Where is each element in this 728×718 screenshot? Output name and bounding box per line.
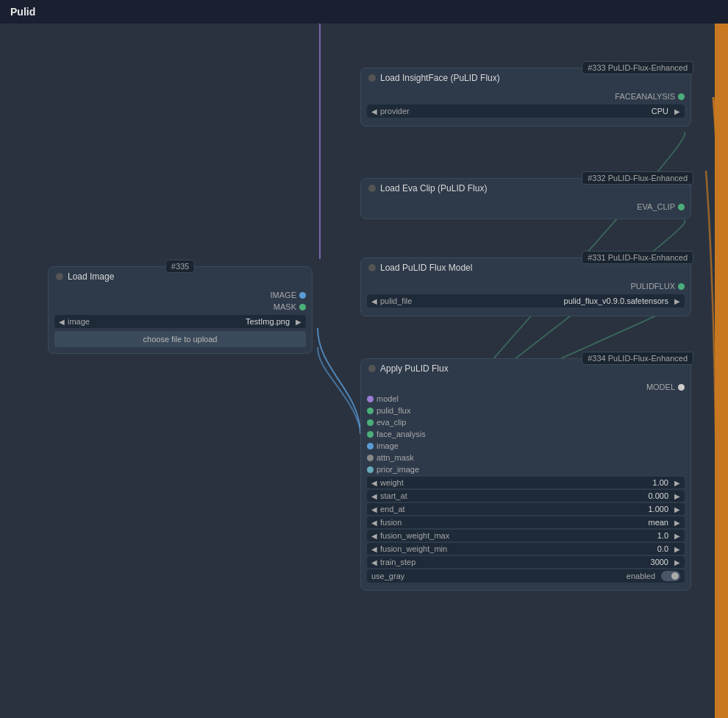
prov-left-arrow[interactable]: ◀ — [371, 107, 377, 115]
fusion-left[interactable]: ◀ — [371, 519, 377, 527]
apply-pulid-badge: #334 PuLID-Flux-Enhanced — [582, 352, 693, 365]
use-gray-toggle[interactable] — [661, 571, 680, 581]
end-at-right[interactable]: ▶ — [674, 505, 680, 513]
fwmin-right[interactable]: ▶ — [674, 545, 680, 553]
port-image-in-label: image — [377, 441, 399, 450]
tstep-left[interactable]: ◀ — [371, 558, 377, 566]
apply-pulid-title: Apply PuLID Flux — [380, 363, 449, 374]
pulid-flux-body: PULIDFLUX ◀ pulid_file pulid_flux_v0.9.0… — [361, 277, 690, 316]
insightface-dot — [368, 74, 376, 82]
eva-clip-body: EVA_CLIP — [361, 198, 690, 218]
load-image-dot — [56, 273, 63, 280]
start-at-left[interactable]: ◀ — [371, 492, 377, 500]
fusion-right[interactable]: ▶ — [674, 519, 680, 527]
load-pulid-flux-node: #331 PuLID-Flux-Enhanced Load PuLID Flux… — [360, 257, 691, 316]
port-eva-clip-in-label: eva_clip — [377, 418, 406, 427]
tstep-value: 3000 — [651, 558, 668, 566]
port-image-in-dot — [367, 443, 374, 449]
img-sel-left-arrow[interactable]: ◀ — [59, 318, 65, 326]
pulid-file-left-arrow[interactable]: ◀ — [371, 297, 377, 305]
title-bar: Pulid — [0, 0, 728, 24]
port-face-analysis-label: face_analysis — [377, 430, 426, 438]
weight-left[interactable]: ◀ — [371, 479, 377, 487]
fusion-weight-min-widget[interactable]: ◀ fusion_weight_min 0.0 ▶ — [367, 543, 685, 555]
fusion-widget[interactable]: ◀ fusion mean ▶ — [367, 516, 685, 528]
port-faceanalysis-label: FACEANALYSIS — [615, 92, 675, 101]
provider-selector[interactable]: ◀ provider CPU ▶ — [367, 104, 685, 118]
port-attn-mask-dot — [367, 455, 374, 461]
fwmax-value: 1.0 — [657, 531, 668, 540]
prov-right-arrow[interactable]: ▶ — [674, 107, 680, 115]
prov-value: CPU — [652, 107, 668, 115]
port-model-row: model — [367, 393, 685, 405]
port-mask-label: MASK — [274, 302, 296, 311]
fwmin-label: fusion_weight_min — [380, 544, 654, 553]
load-image-badge: #335 — [165, 260, 195, 273]
port-pulidflux-row: PULIDFLUX — [367, 280, 685, 292]
fusion-value: mean — [648, 518, 668, 527]
pulid-flux-title: Load PuLID Flux Model — [380, 263, 472, 273]
eva-clip-dot — [368, 185, 376, 192]
fusion-weight-max-widget[interactable]: ◀ fusion_weight_max 1.0 ▶ — [367, 530, 685, 541]
port-out-model-dot — [678, 384, 685, 391]
prov-label: provider — [380, 107, 649, 115]
port-face-analysis-row: face_analysis — [367, 428, 685, 440]
pulid-file-right-arrow[interactable]: ▶ — [674, 297, 680, 305]
fusion-label: fusion — [380, 518, 645, 527]
port-attn-mask-label: attn_mask — [377, 453, 414, 462]
port-pulid-flux-row: pulid_flux — [367, 405, 685, 416]
port-out-model-row: MODEL — [367, 381, 685, 393]
port-face-analysis-dot — [367, 431, 374, 438]
pulid-file-value: pulid_flux_v0.9.0.safetensors — [564, 296, 668, 305]
port-pulidflux-label: PULIDFLUX — [630, 282, 675, 291]
canvas: Load Image IMAGE MASK ◀ image TestImg.pn… — [0, 24, 728, 718]
end-at-left[interactable]: ◀ — [371, 505, 377, 513]
pulid-file-selector[interactable]: ◀ pulid_file pulid_flux_v0.9.0.safetenso… — [367, 294, 685, 308]
start-at-right[interactable]: ▶ — [674, 492, 680, 500]
port-model-dot — [367, 396, 374, 402]
port-pulid-flux-in-dot — [367, 408, 374, 414]
port-eva-clip-in-dot — [367, 419, 374, 426]
port-image-dot — [299, 292, 306, 299]
port-attn-mask-row: attn_mask — [367, 452, 685, 463]
fwmax-left[interactable]: ◀ — [371, 532, 377, 540]
load-image-title: Load Image — [68, 271, 114, 282]
fwmax-right[interactable]: ▶ — [674, 532, 680, 540]
start-at-value: 0.000 — [648, 491, 668, 500]
port-evaclip-row: EVA_CLIP — [367, 201, 685, 213]
img-sel-label: image — [68, 317, 243, 326]
eva-clip-badge: #332 PuLID-Flux-Enhanced — [582, 171, 693, 185]
port-faceanalysis-dot — [678, 93, 685, 100]
port-out-model-label: MODEL — [646, 383, 675, 391]
train-step-widget[interactable]: ◀ train_step 3000 ▶ — [367, 556, 685, 568]
apply-pulid-dot — [368, 365, 376, 372]
port-mask-dot — [299, 304, 306, 310]
start-at-label: start_at — [380, 491, 645, 500]
use-gray-widget[interactable]: use_gray enabled — [367, 569, 685, 583]
weight-right[interactable]: ▶ — [674, 479, 680, 487]
fwmin-left[interactable]: ◀ — [371, 545, 377, 553]
start-at-widget[interactable]: ◀ start_at 0.000 ▶ — [367, 490, 685, 502]
tstep-right[interactable]: ▶ — [674, 558, 680, 566]
image-selector[interactable]: ◀ image TestImg.png ▶ — [54, 315, 306, 328]
port-prior-image-row: prior_image — [367, 463, 685, 475]
upload-button[interactable]: choose file to upload — [54, 331, 306, 347]
end-at-label: end_at — [380, 505, 645, 513]
port-pulid-flux-in-label: pulid_flux — [377, 406, 410, 415]
fwmin-value: 0.0 — [657, 544, 668, 553]
orange-bar — [715, 24, 728, 718]
port-model-label: model — [377, 394, 399, 403]
port-prior-image-label: prior_image — [377, 465, 419, 474]
fwmax-label: fusion_weight_max — [380, 531, 654, 540]
use-gray-value: enabled — [627, 572, 655, 580]
eva-clip-title: Load Eva Clip (PuLID Flux) — [380, 183, 487, 193]
img-sel-right-arrow[interactable]: ▶ — [296, 318, 301, 326]
end-at-widget[interactable]: ◀ end_at 1.000 ▶ — [367, 503, 685, 515]
load-eva-clip-node: #332 PuLID-Flux-Enhanced Load Eva Clip (… — [360, 178, 691, 219]
weight-widget[interactable]: ◀ weight 1.00 ▶ — [367, 477, 685, 488]
weight-value: 1.00 — [653, 478, 668, 487]
port-mask-row: MASK — [54, 301, 306, 313]
insightface-title: Load InsightFace (PuLID Flux) — [380, 73, 500, 83]
port-eva-clip-row: eva_clip — [367, 416, 685, 428]
apply-pulid-flux-node: #334 PuLID-Flux-Enhanced Apply PuLID Flu… — [360, 358, 691, 591]
